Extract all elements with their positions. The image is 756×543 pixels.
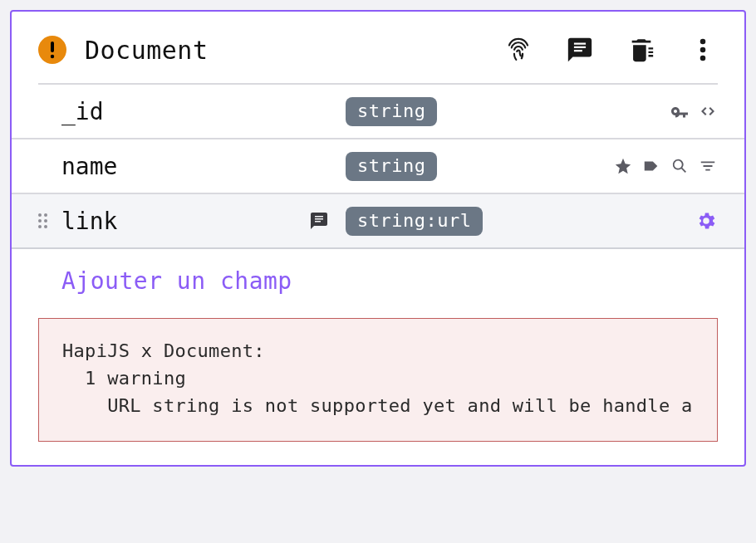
search-icon <box>670 156 690 176</box>
warning-count: 1 warning <box>62 368 186 389</box>
key-icon <box>670 101 690 121</box>
star-icon <box>613 156 633 176</box>
fingerprint-icon[interactable] <box>503 35 533 65</box>
warning-message: URL string is not supported yet and will… <box>62 395 693 416</box>
svg-point-3 <box>700 47 706 53</box>
code-icon <box>698 101 718 121</box>
svg-point-2 <box>700 39 706 45</box>
field-name: name <box>61 153 117 180</box>
panel-header: Document <box>12 35 744 83</box>
warning-output: HapiJS x Document: 1 warning URL string … <box>38 318 718 442</box>
field-row-id[interactable]: _id string <box>12 85 744 139</box>
svg-rect-0 <box>51 42 54 52</box>
more-icon[interactable] <box>688 35 718 65</box>
type-badge: string <box>346 152 437 181</box>
type-badge: string:url <box>346 207 483 236</box>
add-field-button[interactable]: Ajouter un champ <box>12 249 744 318</box>
comment-icon[interactable] <box>565 35 595 65</box>
svg-point-1 <box>51 55 54 58</box>
field-row-link[interactable]: link string:url <box>12 194 744 249</box>
field-row-name[interactable]: name string <box>12 139 744 194</box>
tag-icon <box>641 156 661 176</box>
header-actions <box>503 35 718 65</box>
svg-point-4 <box>700 56 706 61</box>
field-name: _id <box>61 98 104 125</box>
panel-title: Document <box>85 36 209 65</box>
drag-handle-icon[interactable] <box>38 213 50 228</box>
warning-title: HapiJS x Document: <box>62 340 265 361</box>
type-badge: string <box>346 97 437 126</box>
row-comment-icon[interactable] <box>309 211 329 231</box>
warning-badge-icon <box>38 36 66 64</box>
field-name: link <box>61 208 117 235</box>
filter-icon <box>698 156 718 176</box>
document-panel: Document _id string <box>10 10 746 467</box>
gear-icon[interactable] <box>695 209 718 232</box>
delete-icon[interactable] <box>626 35 656 65</box>
